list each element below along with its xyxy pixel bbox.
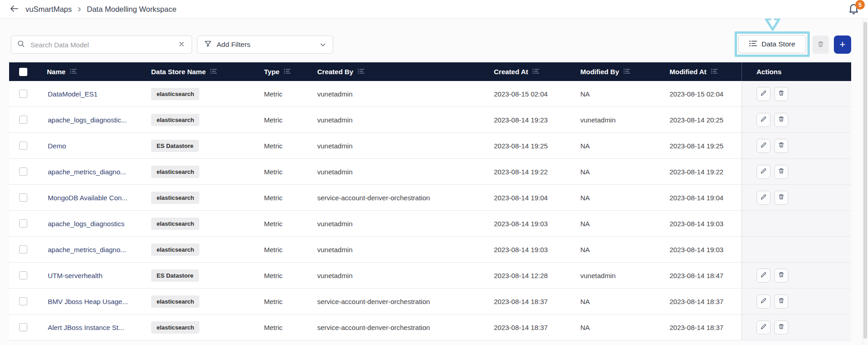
data-model-name-link[interactable]: MongoDB Available Con... [48,194,127,202]
row-checkbox[interactable] [19,90,27,98]
column-header-data_store[interactable]: Data Store Name [141,62,254,81]
modified-by-cell: NA [570,211,660,236]
data-store-chip: elasticsearch [151,88,199,100]
pencil-icon [760,323,767,332]
created-by-cell: vunetadmin [307,211,484,236]
table-body: DataModel_ES1 elasticsearch Metric vunet… [9,81,851,340]
edit-button[interactable] [756,294,771,309]
type-cell: Metric [254,315,307,340]
data-store-chip: elasticsearch [151,244,199,256]
data-model-name-link[interactable]: UTM-serverhealth [48,272,102,279]
edit-button[interactable] [756,139,771,153]
data-store-button[interactable]: Data Store [738,35,806,53]
column-header-modified_at[interactable]: Modified At [660,62,741,81]
column-filter-icon[interactable] [284,68,291,76]
data-model-name-link[interactable]: DataModel_ES1 [48,90,97,98]
row-checkbox[interactable] [19,271,27,279]
type-cell: Metric [254,133,307,158]
column-header-name[interactable]: Name [37,62,141,81]
edit-button[interactable] [756,191,771,205]
delete-button[interactable] [774,294,788,309]
back-button[interactable] [8,3,19,15]
modified-by-cell: NA [570,133,660,158]
created-at-cell: 2023-08-14 19:04 [484,185,570,210]
add-filters-dropdown[interactable]: Add Filters [197,36,333,54]
edit-button[interactable] [756,113,771,127]
row-checkbox[interactable] [19,245,27,254]
column-header-label: Name [47,68,66,76]
data-model-name-link[interactable]: apache_metrics_diagno... [48,168,126,176]
column-filter-icon[interactable] [711,68,718,76]
row-checkbox-cell [9,159,37,184]
row-checkbox[interactable] [19,323,27,331]
row-checkbox[interactable] [19,297,27,305]
data-model-name-link[interactable]: apache_logs_diagnostic... [48,116,127,124]
modified-at-cell: 2023-08-14 19:03 [660,237,741,262]
delete-button[interactable] [774,191,788,205]
pencil-icon [760,89,767,98]
delete-button[interactable] [774,139,788,153]
notifications-button[interactable]: 5 [848,2,860,16]
created-by-cell: vunetadmin [307,81,484,107]
table-row: MongoDB Available Con... elasticsearch M… [9,185,851,211]
breadcrumb-app-name[interactable]: vuSmartMaps [25,5,72,14]
data-model-name-link[interactable]: Demo [48,142,66,150]
column-filter-icon[interactable] [70,68,77,76]
delete-button[interactable] [774,113,788,127]
row-checkbox[interactable] [19,142,27,150]
data-store-cell: elasticsearch [141,237,254,262]
edit-button[interactable] [756,87,771,101]
column-filter-icon[interactable] [210,68,217,76]
modified-by-cell: NA [570,237,660,262]
data-model-name-link[interactable]: Alert JBoss Instance St... [48,324,124,331]
delete-selected-button[interactable] [812,36,829,54]
pencil-icon [760,193,767,202]
modified-at-cell: 2023-08-14 18:47 [660,263,741,288]
bell-icon [848,9,859,16]
column-header-modified_by[interactable]: Modified By [570,62,660,81]
type-cell: Metric [254,185,307,210]
delete-button[interactable] [774,87,788,101]
edit-button[interactable] [756,269,771,283]
column-filter-icon[interactable] [533,68,539,76]
data-model-name-link[interactable]: apache_logs_diagnostics [48,220,124,228]
data-model-name-link[interactable]: apache_metrics_diagno... [48,246,126,254]
row-checkbox-cell [9,185,37,210]
data-model-name-link[interactable]: BMV Jboss Heap Usage... [48,298,128,305]
row-actions [741,211,851,236]
row-checkbox[interactable] [19,219,27,228]
column-filter-icon[interactable] [358,68,365,76]
pencil-icon [760,167,767,176]
scrollbar-track[interactable] [863,19,868,345]
column-filter-icon[interactable] [624,68,630,76]
type-cell: Metric [254,289,307,314]
row-checkbox[interactable] [19,167,27,176]
edit-button[interactable] [756,320,771,335]
delete-button[interactable] [774,320,788,335]
row-actions [741,185,851,210]
clear-search-button[interactable] [177,40,186,50]
delete-button[interactable] [774,165,788,179]
column-header-created_at[interactable]: Created At [484,62,570,81]
created-by-cell: vunetadmin [307,107,484,132]
row-checkbox[interactable] [19,116,27,124]
modified-at-cell: 2023-08-14 18:37 [660,315,741,340]
edit-button[interactable] [756,165,771,179]
row-actions [741,263,851,288]
column-header-type[interactable]: Type [254,62,307,81]
row-checkbox[interactable] [19,193,27,202]
delete-button[interactable] [774,269,788,283]
search-input[interactable] [30,41,173,49]
data-store-cell: ES Datastore [141,263,254,288]
pencil-icon [760,115,767,124]
column-header-actions: Actions [741,62,851,81]
trash-icon [777,271,785,280]
column-header-label: Created At [494,68,528,76]
add-data-model-button[interactable]: + [834,36,851,54]
scrollbar-thumb[interactable] [863,22,867,339]
select-all-checkbox[interactable] [19,68,27,76]
chevron-down-icon [320,41,326,48]
data-store-chip: elasticsearch [151,192,199,204]
column-header-created_by[interactable]: Created By [307,62,484,81]
data-store-cell: elasticsearch [141,81,254,107]
